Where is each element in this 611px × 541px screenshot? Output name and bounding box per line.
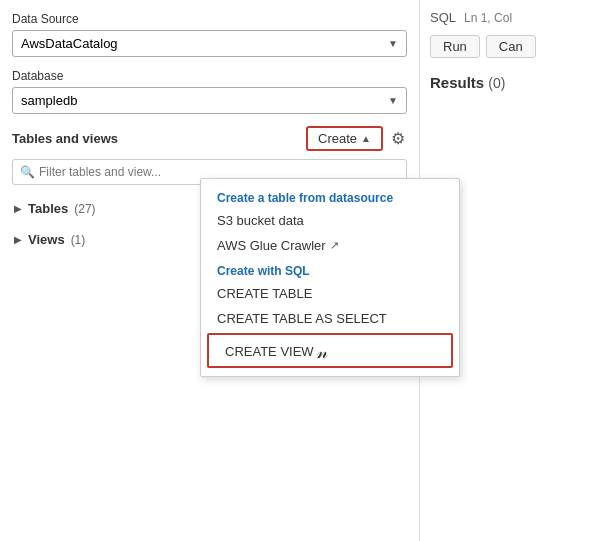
create-view-item[interactable]: CREATE VIEW 𝓃: [207, 333, 453, 368]
database-value: sampledb: [21, 93, 77, 108]
database-chevron-icon: ▼: [388, 95, 398, 106]
database-select[interactable]: sampledb ▼: [12, 87, 407, 114]
create-from-datasource-title: Create a table from datasource: [201, 185, 459, 208]
data-source-wrapper: AwsDataCatalog ▼: [12, 30, 407, 57]
left-panel: Data Source AwsDataCatalog ▼ Database sa…: [0, 0, 420, 541]
create-table-label: CREATE TABLE: [217, 286, 312, 301]
header-actions: Create ▲ ⚙: [306, 126, 407, 151]
right-top-bar: SQL Ln 1, Col: [430, 10, 601, 25]
run-button[interactable]: Run: [430, 35, 480, 58]
tables-count: (27): [74, 202, 95, 216]
results-count: (0): [488, 75, 505, 91]
main-layout: Data Source AwsDataCatalog ▼ Database sa…: [0, 0, 611, 541]
cancel-button[interactable]: Can: [486, 35, 536, 58]
search-icon: 🔍: [20, 165, 35, 179]
data-source-label: Data Source: [12, 12, 407, 26]
aws-glue-crawler-item[interactable]: AWS Glue Crawler ↗: [201, 233, 459, 258]
results-header: Results (0): [430, 74, 601, 91]
tables-expand-arrow-icon: ▶: [14, 203, 22, 214]
action-buttons: Run Can: [430, 35, 601, 58]
create-button-label: Create: [318, 131, 357, 146]
database-wrapper: sampledb ▼: [12, 87, 407, 114]
create-dropdown-menu: Create a table from datasource S3 bucket…: [200, 178, 460, 377]
results-label: Results: [430, 74, 484, 91]
create-button[interactable]: Create ▲: [306, 126, 383, 151]
data-source-chevron-icon: ▼: [388, 38, 398, 49]
cursor-pointer-icon: 𝓃: [317, 342, 327, 363]
create-table-item[interactable]: CREATE TABLE: [201, 281, 459, 306]
s3-bucket-item[interactable]: S3 bucket data: [201, 208, 459, 233]
sql-label: SQL: [430, 10, 456, 25]
views-label: Views: [28, 232, 65, 247]
create-button-arrow-icon: ▲: [361, 133, 371, 144]
s3-bucket-label: S3 bucket data: [217, 213, 304, 228]
tables-label: Tables: [28, 201, 68, 216]
data-source-value: AwsDataCatalog: [21, 36, 118, 51]
views-expand-arrow-icon: ▶: [14, 234, 22, 245]
data-source-select[interactable]: AwsDataCatalog ▼: [12, 30, 407, 57]
position-label: Ln 1, Col: [464, 11, 512, 25]
create-with-sql-title: Create with SQL: [201, 258, 459, 281]
settings-gear-button[interactable]: ⚙: [389, 127, 407, 150]
create-table-as-select-label: CREATE TABLE AS SELECT: [217, 311, 387, 326]
external-link-icon: ↗: [330, 239, 339, 252]
views-count: (1): [71, 233, 86, 247]
database-label: Database: [12, 69, 407, 83]
create-view-label: CREATE VIEW: [225, 344, 314, 359]
aws-glue-crawler-label: AWS Glue Crawler: [217, 238, 326, 253]
tables-views-title: Tables and views: [12, 131, 118, 146]
tables-views-header: Tables and views Create ▲ ⚙: [12, 126, 407, 151]
create-table-as-select-item[interactable]: CREATE TABLE AS SELECT: [201, 306, 459, 331]
